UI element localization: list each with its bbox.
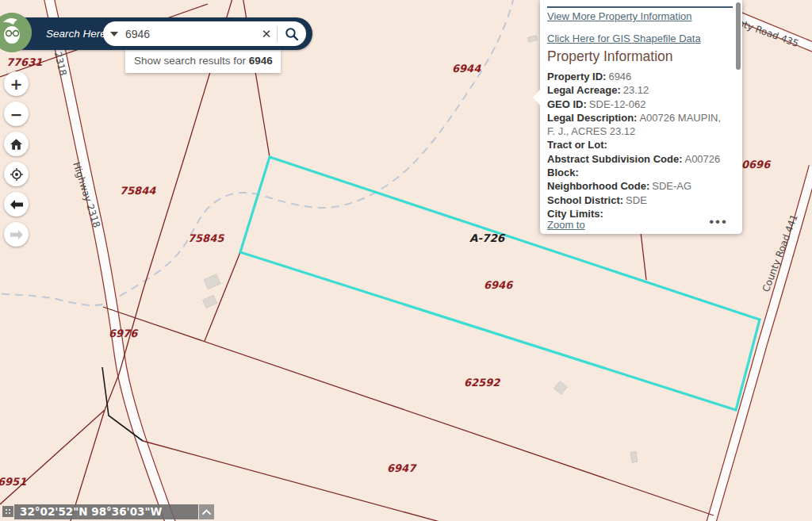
popup-scrollbar[interactable] xyxy=(736,2,741,70)
parcel-label: 6947 xyxy=(387,462,417,474)
search-button[interactable] xyxy=(278,27,306,41)
zoom-out-button[interactable]: − xyxy=(4,102,29,126)
previous-extent-button[interactable] xyxy=(4,192,29,216)
parcel-label: 6976 xyxy=(109,328,139,339)
popup-more-actions-button[interactable]: ••• xyxy=(709,214,728,230)
field-row: Legal Acreage:23.12 xyxy=(547,83,731,97)
field-row: Legal Description:A00726 MAUPIN, F. J., … xyxy=(547,111,731,139)
parcel-label: 6951 xyxy=(0,476,26,488)
view-more-property-link[interactable]: View More Property Information xyxy=(547,10,692,22)
field-row: Neighborhood Code:SDE-AG xyxy=(547,179,731,193)
zoom-in-button[interactable]: + xyxy=(4,71,29,96)
arrow-left-icon xyxy=(10,200,23,209)
abstract-label: A-726 xyxy=(469,232,506,244)
suggestion-term: 6946 xyxy=(249,55,273,67)
gis-shapefile-link[interactable]: Click Here for GIS Shapefile Data xyxy=(547,33,701,44)
coordinates-display: 32°02'52"N 98°36'03"W xyxy=(14,504,198,519)
search-icon xyxy=(285,27,299,41)
field-row: Abstract Subdivision Code:A00726 xyxy=(547,152,731,166)
locate-icon xyxy=(10,168,23,181)
parcel-label: 62592 xyxy=(464,377,500,389)
parcel-label: 0696 xyxy=(741,159,772,170)
parcel-label: 77631 xyxy=(6,56,42,68)
home-icon xyxy=(10,139,22,150)
parcel-label: 75844 xyxy=(120,185,156,197)
property-fields: Property ID:6946 Legal Acreage:23.12 GEO… xyxy=(547,70,731,220)
arrow-right-icon xyxy=(10,230,23,239)
parcel-label: 6944 xyxy=(452,63,481,75)
parcel-label: 75845 xyxy=(188,232,224,244)
search-source-dropdown[interactable] xyxy=(103,32,125,36)
popup-divider xyxy=(547,6,733,8)
search-input[interactable] xyxy=(125,28,256,40)
property-info-popup: View More Property Information Click Her… xyxy=(540,0,742,234)
search-label: Search Here: xyxy=(46,17,109,50)
chevron-down-icon xyxy=(110,32,118,36)
chevron-up-icon xyxy=(202,509,211,515)
suggestion-text: Show search results for xyxy=(134,55,249,67)
field-row: Tract or Lot: xyxy=(547,138,731,151)
dots-icon xyxy=(5,508,11,515)
zoom-to-link[interactable]: Zoom to xyxy=(547,219,585,231)
parcel-label: 6946 xyxy=(484,279,514,291)
home-button[interactable] xyxy=(4,132,29,156)
field-row: Property ID:6946 xyxy=(547,70,731,83)
field-row: School District:SDE xyxy=(547,193,731,207)
gis-map-viewer: 77631 6944 75844 75845 6976 6951 6946 62… xyxy=(0,0,812,521)
coordinates-expand-button[interactable] xyxy=(199,504,214,519)
popup-pointer xyxy=(533,89,541,106)
search-input-container: ✕ xyxy=(103,21,306,46)
clear-search-button[interactable]: ✕ xyxy=(256,27,277,41)
search-suggestion-item[interactable]: Show search results for 6946 xyxy=(125,49,281,73)
field-row: GEO ID:SDE-12-062 xyxy=(547,98,731,111)
field-row: Block: xyxy=(547,166,731,179)
locate-button[interactable] xyxy=(4,162,29,186)
next-extent-button[interactable] xyxy=(4,222,29,247)
popup-title: Property Information xyxy=(547,48,673,65)
coordinate-mode-button[interactable] xyxy=(2,506,13,517)
search-bar: Search Here: ✕ xyxy=(6,17,312,50)
